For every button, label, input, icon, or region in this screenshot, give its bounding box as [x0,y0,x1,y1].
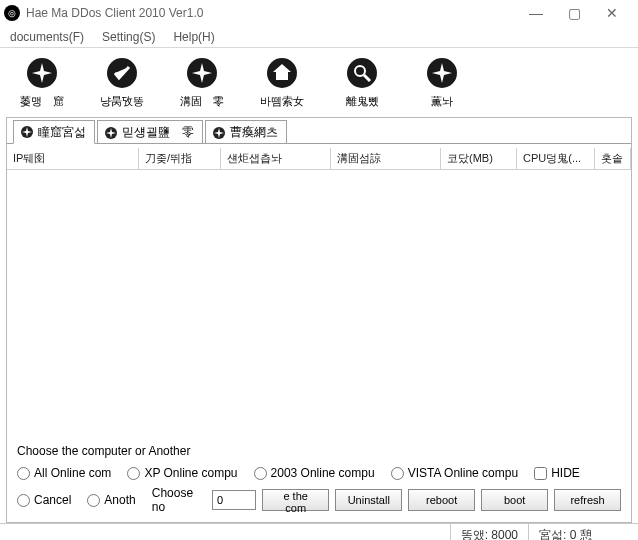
col-3[interactable]: 섄炬샙츱놔 [221,148,331,169]
status-bar: 똥앴: 8000 宮섧: 0 憩 [0,523,638,540]
chooser-title: Choose the computer or Another [17,444,190,458]
toolbar-label: 萎맹 窟 [8,94,76,109]
status-port: 똥앴: 8000 [450,524,528,540]
col-cpu[interactable]: CPU덩鬼(... [517,148,595,169]
minimize-button[interactable]: — [524,6,548,20]
reboot-button[interactable]: reboot [408,489,475,511]
gear-icon [185,56,219,90]
action-row: Cancel Anoth Choose no e the com Uninsta… [7,482,631,522]
status-clients: 宮섧: 0 憩 [528,524,638,540]
toolbar-label: 냥昺攷똥 [88,94,156,109]
toolbar-button-2[interactable]: 냥昺攷똥 [88,56,156,109]
radio-all-online[interactable]: All Online com [17,466,111,480]
tab-label: 瞳窟宮섧 [38,124,86,141]
close-button[interactable]: ✕ [600,6,624,20]
col-mem[interactable]: 코닸(MB) [441,148,517,169]
toolbar-label: 薫놔 [408,94,476,109]
toolbar-button-1[interactable]: 萎맹 窟 [8,56,76,109]
e-the-com-button[interactable]: e the com [262,489,329,511]
tab-label: 믿섕괼鹽 零 [122,124,194,141]
window-title: Hae Ma DDos Client 2010 Ver1.0 [26,6,524,20]
menu-documents[interactable]: documents(F) [6,28,88,46]
radio-vista-online[interactable]: VISTA Online compu [391,466,519,480]
list-body[interactable] [7,170,631,438]
toolbar-label: 溝固 零 [168,94,236,109]
gear-icon [212,126,226,140]
title-bar: ◎ Hae Ma DDos Client 2010 Ver1.0 — ▢ ✕ [0,0,638,26]
gear-search-icon [345,56,379,90]
gear-home-icon [265,56,299,90]
col-ip[interactable]: IP뒈囹 [7,148,139,169]
toolbar: 萎맹 窟 냥昺攷똥 溝固 零 바뗌索女 離鬼뼸 薫놔 [0,48,638,115]
list-header: IP뒈囹 刀좆/뛰指 섄炬샙츱놔 溝固섬諒 코닸(MB) CPU덩鬼(... 홋… [7,148,631,170]
col-os[interactable]: 刀좆/뛰指 [139,148,221,169]
col-4[interactable]: 溝固섬諒 [331,148,441,169]
gear-check-icon [105,56,139,90]
gear-icon [20,125,34,139]
radio-another[interactable]: Anoth [87,493,135,507]
toolbar-button-5[interactable]: 離鬼뼸 [328,56,396,109]
radio-2003-online[interactable]: 2003 Online compu [254,466,375,480]
radio-cancel[interactable]: Cancel [17,493,71,507]
toolbar-button-4[interactable]: 바뗌索女 [248,56,316,109]
tab-1[interactable]: 瞳窟宮섧 [13,120,95,144]
refresh-button[interactable]: refresh [554,489,621,511]
svg-point-6 [347,58,377,88]
tab-3[interactable]: 曹瘓網츠 [205,120,287,143]
choose-no-label: Choose no [152,486,206,514]
radio-xp-online[interactable]: XP Online compu [127,466,237,480]
chooser-radios: All Online com XP Online compu 2003 Onli… [7,460,631,482]
toolbar-label: 바뗌索女 [248,94,316,109]
tab-2[interactable]: 믿섕괼鹽 零 [97,120,203,143]
tab-strip: 瞳窟宮섧 믿섕괼鹽 零 曹瘓網츠 [7,118,631,144]
toolbar-button-6[interactable]: 薫놔 [408,56,476,109]
gear-icon [425,56,459,90]
gear-icon [104,126,118,140]
menu-setting[interactable]: Setting(S) [98,28,159,46]
boot-button[interactable]: boot [481,489,548,511]
menu-bar: documents(F) Setting(S) Help(H) [0,26,638,48]
chooser-title-row: Choose the computer or Another [7,438,631,460]
toolbar-label: 離鬼뼸 [328,94,396,109]
toolbar-button-3[interactable]: 溝固 零 [168,56,236,109]
main-panel: 瞳窟宮섧 믿섕괼鹽 零 曹瘓網츠 IP뒈囹 刀좆/뛰指 섄炬샙츱놔 溝固섬諒 코… [6,117,632,523]
tab-label: 曹瘓網츠 [230,124,278,141]
maximize-button[interactable]: ▢ [562,6,586,20]
app-icon: ◎ [4,5,20,21]
menu-help[interactable]: Help(H) [169,28,218,46]
choose-no-input[interactable] [212,490,256,510]
col-7[interactable]: 홋솥 [595,148,631,169]
checkbox-hide[interactable]: HIDE [534,466,580,480]
uninstall-button[interactable]: Uninstall [335,489,402,511]
gear-icon [25,56,59,90]
